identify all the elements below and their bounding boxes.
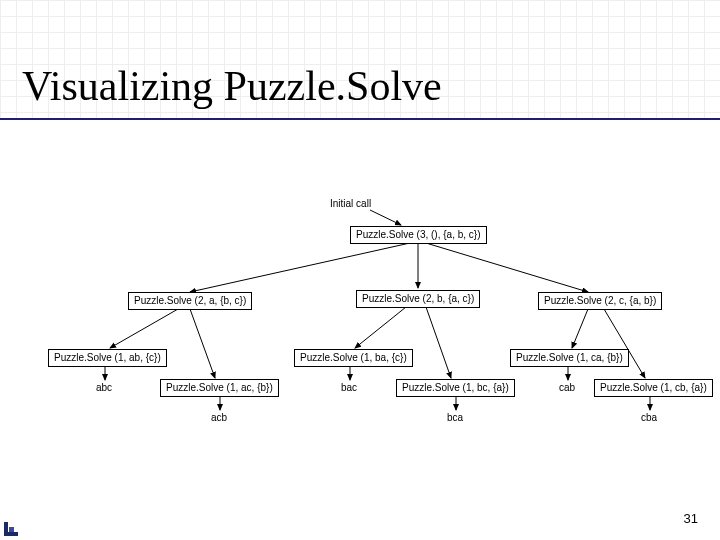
node-2a: Puzzle.Solve (2, a, {b, c}): [128, 292, 252, 310]
node-ba: Puzzle.Solve (1, ba, {c}): [294, 349, 413, 367]
leaf-abc: abc: [96, 382, 112, 393]
svg-line-5: [190, 309, 215, 378]
svg-line-1: [190, 243, 410, 292]
initial-call-label: Initial call: [330, 198, 371, 209]
node-root: Puzzle.Solve (3, (), {a, b, c}): [350, 226, 487, 244]
leaf-acb: acb: [211, 412, 227, 423]
leaf-cab: cab: [559, 382, 575, 393]
node-2c: Puzzle.Solve (2, c, {a, b}): [538, 292, 662, 310]
svg-line-9: [604, 309, 645, 378]
title-separator: [0, 118, 720, 120]
corner-decoration: [4, 522, 18, 536]
leaf-bca: bca: [447, 412, 463, 423]
node-ca: Puzzle.Solve (1, ca, {b}): [510, 349, 629, 367]
svg-line-0: [370, 210, 401, 225]
slide-title: Visualizing Puzzle.Solve: [22, 62, 442, 110]
leaf-cba: cba: [641, 412, 657, 423]
leaf-bac: bac: [341, 382, 357, 393]
svg-line-7: [426, 307, 451, 378]
svg-line-3: [426, 243, 588, 292]
svg-line-6: [355, 307, 406, 348]
svg-line-4: [110, 309, 178, 348]
svg-rect-16: [9, 527, 14, 532]
node-ac: Puzzle.Solve (1, ac, {b}): [160, 379, 279, 397]
node-bc: Puzzle.Solve (1, bc, {a}): [396, 379, 515, 397]
node-ab: Puzzle.Solve (1, ab, {c}): [48, 349, 167, 367]
node-2b: Puzzle.Solve (2, b, {a, c}): [356, 290, 480, 308]
svg-line-8: [572, 309, 588, 348]
node-cb: Puzzle.Solve (1, cb, {a}): [594, 379, 713, 397]
